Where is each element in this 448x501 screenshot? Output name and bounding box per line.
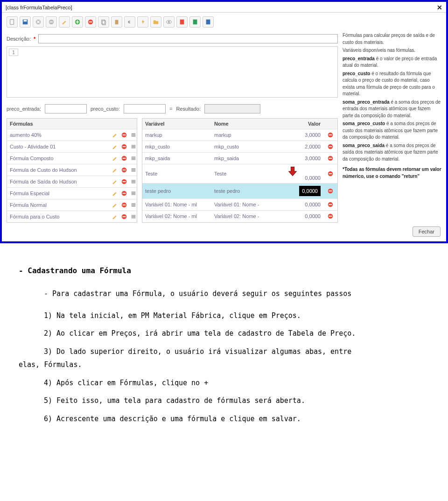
- svg-rect-50: [132, 205, 136, 205]
- formula-row[interactable]: Fórmula de Saída do Hudson: [7, 176, 137, 187]
- delete-icon[interactable]: [118, 141, 127, 152]
- edit-icon[interactable]: [109, 176, 118, 187]
- formula-row[interactable]: aumento 40%: [7, 129, 137, 141]
- formula-editor[interactable]: 1: [7, 46, 338, 98]
- help-line: Variáveis disponíveis nas fórmulas.: [343, 47, 441, 54]
- word-icon[interactable]: [203, 16, 214, 28]
- description-input[interactable]: [38, 34, 338, 43]
- eval-row: preco_entrada: preco_custo: = Resultado:: [7, 101, 338, 118]
- formula-row[interactable]: Custo - Atividade 01: [7, 141, 137, 152]
- required-asterisk: *: [34, 36, 35, 42]
- formula-row[interactable]: Fórmula Composto: [7, 152, 137, 164]
- variable-row[interactable]: Variável 02: Nome - mlVariável 02: Nome …: [142, 210, 337, 222]
- preco-entrada-input[interactable]: [45, 104, 87, 113]
- svg-rect-24: [132, 145, 136, 146]
- flash-icon[interactable]: [137, 16, 148, 28]
- variable-row[interactable]: mkp_customkp_custo2,0000: [142, 141, 337, 152]
- edit-icon[interactable]: [109, 141, 118, 152]
- formula-row[interactable]: Fórmula Normal: [7, 199, 137, 211]
- variable-var: Variável 02: Nome - ml: [142, 211, 211, 221]
- help-line: soma_preco_custo é a soma dos preços de …: [343, 120, 441, 141]
- close-icon[interactable]: ✕: [437, 4, 442, 11]
- link-icon[interactable]: [124, 16, 135, 28]
- svg-rect-39: [132, 180, 136, 181]
- variable-row[interactable]: markupmarkup3,0000: [142, 129, 337, 141]
- variable-row[interactable]: mkp_saidamkp_saida3,0000: [142, 152, 337, 164]
- delete-icon[interactable]: [323, 211, 337, 222]
- delete-icon[interactable]: [323, 199, 337, 210]
- delete-icon[interactable]: [118, 211, 127, 222]
- edit-icon[interactable]: [109, 199, 118, 211]
- formula-row[interactable]: Fórmula de Custo do Hudson: [7, 164, 137, 176]
- cancel-icon[interactable]: [33, 16, 44, 28]
- variable-row[interactable]: TesteTeste0,0000: [142, 164, 337, 183]
- svg-rect-29: [132, 157, 136, 158]
- reorder-icon[interactable]: [127, 141, 137, 152]
- variable-var: mkp_custo: [142, 141, 211, 152]
- copy-icon[interactable]: [98, 16, 109, 28]
- new-icon[interactable]: [7, 16, 18, 28]
- formula-name: Fórmula de Custo do Hudson: [7, 165, 109, 175]
- reorder-icon[interactable]: [127, 129, 137, 141]
- step-6: 6) Acrescente uma descrição e uma fórmul…: [19, 412, 429, 426]
- fechar-button[interactable]: Fechar: [413, 226, 441, 237]
- preco-custo-label: preco_custo:: [91, 106, 120, 112]
- paste-icon[interactable]: [111, 16, 122, 28]
- svg-rect-54: [132, 215, 136, 216]
- svg-rect-49: [132, 204, 136, 205]
- variable-row[interactable]: Variável 01: Nome - mlVariável 01: Nome …: [142, 198, 337, 210]
- delete-icon[interactable]: [118, 188, 127, 199]
- col-variavel: Variável: [142, 119, 211, 129]
- delete-icon[interactable]: [118, 164, 127, 176]
- reorder-icon[interactable]: [127, 211, 137, 222]
- instructions-heading: - Cadastrando uma Fórmula: [19, 264, 429, 278]
- folder-icon[interactable]: [150, 16, 161, 28]
- variable-nome: Teste: [211, 169, 281, 179]
- delete-icon[interactable]: [323, 153, 337, 164]
- variable-row[interactable]: teste pedroteste pedro0,0000: [142, 183, 337, 198]
- add-icon[interactable]: [72, 16, 83, 28]
- remove-icon[interactable]: [85, 16, 96, 28]
- svg-rect-40: [132, 181, 136, 182]
- delete-icon[interactable]: [118, 176, 127, 187]
- view-icon[interactable]: [163, 16, 175, 28]
- undo-icon[interactable]: [46, 16, 57, 28]
- save-icon[interactable]: [20, 16, 31, 28]
- svg-rect-64: [329, 173, 332, 174]
- formula-row[interactable]: Fórmula para o Custo: [7, 211, 137, 222]
- reorder-icon[interactable]: [127, 164, 137, 176]
- delete-icon[interactable]: [323, 185, 337, 197]
- footer-bar: Fechar: [2, 223, 446, 239]
- instructions-lead: - Para cadastrar uma Fórmula, o usuário …: [19, 287, 429, 301]
- delete-icon[interactable]: [118, 153, 127, 164]
- edit-icon[interactable]: [109, 153, 118, 164]
- reorder-icon[interactable]: [127, 176, 137, 187]
- delete-icon[interactable]: [323, 168, 337, 179]
- pdf-icon[interactable]: [176, 16, 188, 28]
- variable-valor: 3,0000: [281, 130, 323, 140]
- excel-icon[interactable]: [189, 16, 201, 28]
- delete-icon[interactable]: [118, 129, 127, 141]
- variable-nome: Variável 02: Nome -: [211, 211, 281, 221]
- svg-rect-0: [10, 20, 14, 25]
- svg-rect-25: [132, 146, 136, 147]
- delete-icon[interactable]: [323, 141, 337, 152]
- reorder-icon[interactable]: [127, 199, 137, 211]
- delete-icon[interactable]: [323, 129, 337, 141]
- step-4: 4) Após clicar em Fórmulas, clique no +: [19, 376, 429, 390]
- reorder-icon[interactable]: [127, 188, 137, 199]
- reorder-icon[interactable]: [127, 153, 137, 164]
- variable-valor[interactable]: 0,0000: [281, 183, 323, 198]
- formula-row[interactable]: Fórmula Especial: [7, 187, 137, 199]
- formula-name: Fórmula Especial: [7, 188, 109, 198]
- edit-icon[interactable]: [109, 188, 118, 199]
- delete-icon[interactable]: [118, 199, 127, 211]
- edit-icon[interactable]: [59, 16, 70, 28]
- formula-name: Fórmula para o Custo: [7, 212, 109, 222]
- preco-custo-input[interactable]: [124, 104, 166, 113]
- edit-icon[interactable]: [109, 129, 118, 141]
- edit-icon[interactable]: [109, 211, 118, 222]
- edit-icon[interactable]: [109, 164, 118, 176]
- variable-var: teste pedro: [142, 186, 211, 196]
- svg-rect-21: [132, 136, 136, 137]
